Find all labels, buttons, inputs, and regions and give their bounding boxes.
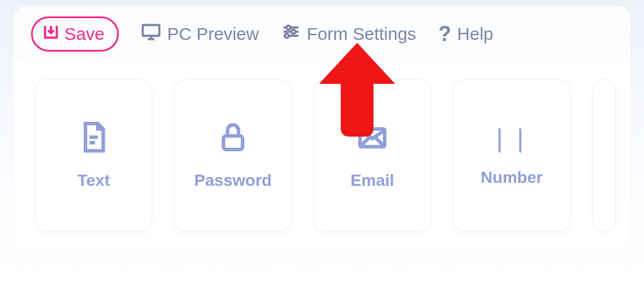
pc-preview-button[interactable]: PC Preview bbox=[141, 22, 259, 46]
pc-preview-label: PC Preview bbox=[167, 24, 259, 44]
help-label: Help bbox=[457, 24, 494, 44]
form-settings-label: Form Settings bbox=[307, 24, 416, 44]
card-label: Number bbox=[481, 168, 543, 187]
card-email[interactable]: Email bbox=[314, 79, 431, 232]
card-label: Text bbox=[77, 171, 110, 190]
card-number[interactable]: | | Number bbox=[453, 79, 570, 232]
number-icon: | | bbox=[496, 124, 527, 153]
file-text-icon bbox=[77, 121, 110, 156]
svg-point-5 bbox=[286, 26, 290, 30]
sliders-icon bbox=[281, 22, 301, 46]
svg-rect-12 bbox=[224, 136, 243, 150]
card-next-partial[interactable] bbox=[592, 79, 616, 232]
card-password[interactable]: Password bbox=[174, 79, 292, 232]
svg-point-9 bbox=[285, 34, 289, 38]
envelope-icon bbox=[356, 121, 389, 156]
card-text[interactable]: Text bbox=[35, 79, 152, 232]
svg-point-7 bbox=[292, 30, 296, 34]
save-icon bbox=[42, 23, 60, 45]
monitor-icon bbox=[141, 22, 161, 46]
form-settings-button[interactable]: Form Settings bbox=[281, 22, 416, 46]
lock-icon bbox=[217, 121, 249, 156]
help-button[interactable]: ? Help bbox=[439, 23, 494, 45]
card-label: Password bbox=[194, 171, 272, 190]
question-mark-icon: ? bbox=[439, 23, 451, 45]
svg-rect-1 bbox=[143, 25, 159, 36]
field-type-cards: Text Password Email bbox=[35, 79, 616, 232]
save-button[interactable]: Save bbox=[31, 16, 119, 52]
card-label: Email bbox=[351, 171, 395, 190]
toolbar: Save PC Preview bbox=[13, 6, 631, 62]
save-button-label: Save bbox=[64, 24, 104, 44]
